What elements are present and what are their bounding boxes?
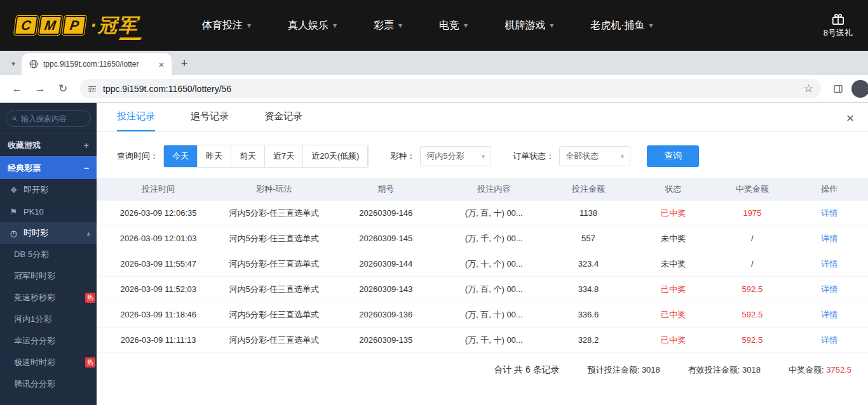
order-status-value: 全部状态: [566, 150, 599, 162]
nav-menu-label: 电竞: [439, 19, 459, 32]
chevron-up-icon: ▴: [86, 229, 90, 237]
sidebar-game-item[interactable]: 河内1分彩: [0, 309, 97, 330]
game-label: 极速时时彩: [14, 357, 55, 368]
filter-bar: 查询时间： 今天 昨天 前天 近7天 近20天(低频) 彩种： 河内5分彩 ▾: [97, 132, 868, 178]
sidebar-game-item[interactable]: ◷ 时时彩 ▴: [0, 222, 97, 244]
header-amount: 投注金额: [544, 183, 633, 195]
nav-menu-item[interactable]: 彩票 ▾: [374, 19, 402, 32]
instant-ticket-icon: ❖: [9, 185, 18, 195]
new-tab-button[interactable]: +: [175, 55, 193, 72]
cell-action: 详情: [791, 309, 868, 321]
nav-menu-item[interactable]: 体育投注 ▾: [202, 19, 251, 32]
detail-link[interactable]: 详情: [821, 335, 837, 345]
sidebar-game-item[interactable]: 腾讯分分彩: [0, 373, 97, 395]
time-filter-button[interactable]: 近20天(低频): [303, 145, 368, 167]
detail-link[interactable]: 详情: [821, 234, 837, 243]
time-filter-button[interactable]: 昨天: [198, 145, 231, 167]
query-button[interactable]: 查询: [647, 145, 699, 167]
cell-amount: 328.2: [544, 335, 633, 345]
order-status-select[interactable]: 全部状态 ▾: [559, 146, 630, 166]
hot-badge: 热: [85, 357, 95, 368]
sidebar-game-item[interactable]: 冠军时时彩: [0, 265, 97, 287]
minus-icon: −: [84, 163, 89, 173]
time-filter-group: 今天 昨天 前天 近7天 近20天(低频): [163, 145, 369, 168]
plus-icon: +: [84, 140, 89, 150]
cell-action: 详情: [791, 208, 868, 219]
cell-prize: 1975: [714, 208, 790, 218]
summary-expected: 预计投注金额: 3018: [588, 364, 660, 376]
detail-link[interactable]: 详情: [821, 208, 837, 218]
game-label: 时时彩: [24, 227, 48, 239]
game-label: 腾讯分分彩: [14, 378, 55, 390]
sidebar-search-input[interactable]: [21, 114, 85, 123]
chevron-down-icon: ▾: [649, 21, 653, 30]
summary-bar: 合计 共 6 条记录 预计投注金额: 3018 有效投注金额: 3018 中奖金…: [97, 353, 868, 376]
records-tab[interactable]: 资金记录: [264, 103, 302, 131]
panel-close-icon[interactable]: ×: [846, 110, 854, 126]
logo-letter: C: [14, 16, 38, 35]
records-panel: 投注记录 追号记录 资金记录 × 查询时间： 今天 昨天: [97, 103, 868, 405]
sidebar-search[interactable]: [6, 110, 91, 127]
sidebar-game-item[interactable]: 极速时时彩 热: [0, 352, 97, 373]
sidebar-game-item[interactable]: 竞速秒秒彩 热: [0, 287, 97, 309]
globe-favicon-icon: [29, 60, 38, 69]
time-filter-button[interactable]: 前天: [231, 145, 265, 167]
site-header: C M P ·冠军 体育投注 ▾ 真人娱乐 ▾ 彩票 ▾ 电竞 ▾: [0, 0, 868, 51]
nav-menu-label: 彩票: [374, 19, 394, 32]
records-tab[interactable]: 投注记录: [117, 103, 155, 131]
game-label: 即开彩: [24, 184, 48, 196]
detail-link[interactable]: 详情: [821, 310, 837, 319]
sidebar-game-item[interactable]: ❖ 即开彩: [0, 179, 97, 201]
time-filter-button[interactable]: 近7天: [265, 145, 303, 167]
racing-flag-icon: ⚑: [9, 207, 18, 216]
reload-icon: ↻: [58, 82, 67, 95]
detail-link[interactable]: 详情: [821, 284, 837, 294]
nav-menu-item[interactable]: 真人娱乐 ▾: [288, 19, 337, 32]
logo-letter: P: [62, 16, 86, 35]
sidebar-game-item[interactable]: 幸运分分彩: [0, 330, 97, 352]
cell-play: 河内5分彩-任三直选单式: [220, 335, 328, 346]
site-logo[interactable]: C M P ·冠军: [15, 13, 139, 39]
nav-menu-label: 真人娱乐: [288, 19, 329, 32]
cell-action: 详情: [791, 284, 868, 295]
time-filter-button[interactable]: 今天: [164, 145, 198, 167]
forward-button[interactable]: →: [31, 79, 50, 98]
nav-menu-item[interactable]: 老虎机·捕鱼 ▾: [590, 19, 653, 32]
records-tab[interactable]: 追号记录: [191, 103, 229, 131]
reload-button[interactable]: ↻: [53, 79, 72, 98]
tab-close-icon[interactable]: ×: [156, 59, 166, 70]
lottery-select[interactable]: 河内5分彩 ▾: [420, 146, 491, 166]
sidebar-section-favorites[interactable]: 收藏游戏 +: [0, 133, 97, 156]
tab-title: tppc.9i159t.com:11650/lotter: [43, 60, 151, 69]
detail-link[interactable]: 详情: [821, 259, 837, 269]
url-text[interactable]: tppc.9i159t.com:11650/lottery/56: [103, 84, 797, 94]
back-button[interactable]: ←: [8, 79, 27, 98]
records-tabs: 投注记录 追号记录 资金记录 ×: [97, 103, 868, 132]
cell-action: 详情: [791, 335, 868, 346]
bookmark-star-icon[interactable]: ☆: [804, 82, 813, 95]
lottery-filter-label: 彩种：: [390, 150, 415, 162]
tab-search-button[interactable]: ▾: [5, 55, 22, 72]
sidebar-section-classic-lottery[interactable]: 经典彩票 −: [0, 156, 97, 179]
header-bet-time: 投注时间: [97, 183, 220, 195]
browser-tabstrip: ▾ tppc.9i159t.com:11650/lotter × +: [0, 51, 868, 75]
gift-label: 8号送礼: [824, 27, 853, 39]
side-panel-button[interactable]: [829, 79, 848, 98]
cell-amount: 323.4: [544, 259, 633, 269]
summary-valid: 有效投注金额: 3018: [688, 364, 761, 376]
nav-menu-item[interactable]: 电竞 ▾: [439, 19, 468, 32]
header-status: 状态: [633, 183, 714, 195]
sidebar-game-item[interactable]: DB 5分彩: [0, 244, 97, 265]
address-bar[interactable]: tppc.9i159t.com:11650/lottery/56 ☆: [80, 79, 821, 98]
nav-menu-item[interactable]: 棋牌游戏 ▾: [505, 19, 553, 32]
cell-status: 已中奖: [633, 309, 714, 321]
cell-amount: 1138: [544, 208, 633, 218]
gift-promo-button[interactable]: 8号送礼: [824, 13, 853, 39]
search-icon: [12, 115, 17, 123]
cell-content: (万, 百, 个) 00...: [444, 284, 544, 295]
chevron-down-icon: ▾: [482, 152, 485, 161]
browser-tab[interactable]: tppc.9i159t.com:11650/lotter ×: [22, 53, 172, 75]
page-content: 收藏游戏 + 经典彩票 − ❖ 即开彩 ⚑ PK10 ◷ 时时彩: [0, 103, 868, 405]
profile-avatar[interactable]: [851, 80, 868, 98]
sidebar-game-item[interactable]: ⚑ PK10: [0, 201, 97, 222]
